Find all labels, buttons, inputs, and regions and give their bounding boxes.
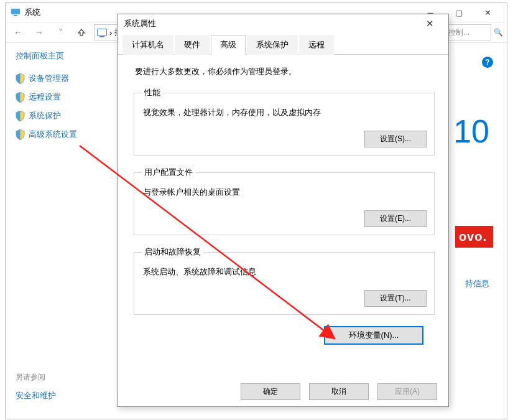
nav-forward-button[interactable]: → xyxy=(30,24,48,41)
pc-icon xyxy=(97,29,107,36)
sidebar-item-label: 远程设置 xyxy=(29,91,61,103)
tab-remote[interactable]: 远程 xyxy=(299,35,334,55)
svg-rect-1 xyxy=(14,15,17,16)
admin-intro-text: 要进行大多数更改，你必须作为管理员登录。 xyxy=(135,66,436,77)
monitor-icon xyxy=(11,7,21,17)
dialog-titlebar: 系统属性 ✕ xyxy=(118,14,448,33)
sidebar-item-label: 高级系统设置 xyxy=(29,129,77,140)
svg-rect-0 xyxy=(11,9,20,14)
user-profiles-legend: 用户配置文件 xyxy=(142,167,195,178)
shield-icon xyxy=(16,129,25,140)
search-icon[interactable]: 🔍 xyxy=(494,28,503,37)
system-title: 系统 xyxy=(24,7,40,18)
support-info-link[interactable]: 持信息 xyxy=(465,278,489,289)
tab-strip: 计算机名 硬件 高级 系统保护 远程 xyxy=(118,34,448,55)
sidebar-item-system-protection[interactable]: 系统保护 xyxy=(16,110,103,121)
see-also-label: 另请参阅 xyxy=(16,372,45,383)
breadcrumb-sep: › xyxy=(109,28,112,37)
performance-group: 性能 视觉效果，处理器计划，内存使用，以及虚拟内存 设置(S)... xyxy=(134,87,435,156)
nav-up-button[interactable] xyxy=(73,24,90,41)
performance-legend: 性能 xyxy=(142,87,163,98)
startup-recovery-desc: 系统启动、系统故障和调试信息 xyxy=(143,266,427,278)
security-maintenance-link[interactable]: 安全和维护 xyxy=(16,390,56,401)
shield-icon xyxy=(16,92,25,103)
sidebar: 控制面板主页 设备管理器 远程设置 系统保护 高级系统设置 xyxy=(16,50,103,419)
dialog-title: 系统属性 xyxy=(124,18,156,29)
lenovo-brand-fragment: ovo. xyxy=(455,226,493,248)
performance-settings-button[interactable]: 设置(S)... xyxy=(364,131,427,147)
tab-system-protection[interactable]: 系统保护 xyxy=(247,35,298,55)
dialog-body: 要进行大多数更改，你必须作为管理员登录。 性能 视觉效果，处理器计划，内存使用，… xyxy=(118,55,448,377)
tab-advanced[interactable]: 高级 xyxy=(211,35,246,55)
sidebar-item-label: 系统保护 xyxy=(29,110,61,121)
windows-10-brand-text: 10 xyxy=(453,113,489,150)
sidebar-item-device-manager[interactable]: 设备管理器 xyxy=(16,73,103,84)
shield-icon xyxy=(16,111,25,121)
user-profiles-group: 用户配置文件 与登录帐户相关的桌面设置 设置(E)... xyxy=(134,167,435,235)
nav-history-button[interactable]: ˅ xyxy=(52,24,69,41)
control-panel-home-link[interactable]: 控制面板主页 xyxy=(16,50,103,62)
close-button[interactable]: ✕ xyxy=(473,4,502,21)
sidebar-item-advanced-settings[interactable]: 高级系统设置 xyxy=(16,129,103,140)
ok-button[interactable]: 确定 xyxy=(241,383,300,400)
user-profiles-settings-button[interactable]: 设置(E)... xyxy=(364,210,427,227)
startup-recovery-group: 启动和故障恢复 系统启动、系统故障和调试信息 设置(T)... xyxy=(134,246,435,315)
tab-computer-name[interactable]: 计算机名 xyxy=(122,35,173,55)
apply-button[interactable]: 应用(A) xyxy=(377,383,437,400)
tab-hardware[interactable]: 硬件 xyxy=(175,35,210,55)
nav-back-button[interactable]: ← xyxy=(9,24,27,41)
environment-variables-button[interactable]: 环境变量(N)... xyxy=(324,326,423,345)
sidebar-item-remote-settings[interactable]: 远程设置 xyxy=(16,91,103,103)
user-profiles-desc: 与登录帐户相关的桌面设置 xyxy=(143,187,427,198)
performance-desc: 视觉效果，处理器计划，内存使用，以及虚拟内存 xyxy=(143,107,427,118)
cancel-button[interactable]: 取消 xyxy=(309,383,369,400)
shield-icon xyxy=(16,73,25,84)
help-icon[interactable]: ? xyxy=(482,57,493,68)
sidebar-item-label: 设备管理器 xyxy=(29,73,69,84)
startup-recovery-legend: 启动和故障恢复 xyxy=(142,246,203,258)
startup-recovery-settings-button[interactable]: 设置(T)... xyxy=(364,290,427,307)
system-properties-dialog: 系统属性 ✕ 计算机名 硬件 高级 系统保护 远程 要进行大多数更改，你必须作为… xyxy=(117,14,449,407)
dialog-close-button[interactable]: ✕ xyxy=(417,16,442,32)
dialog-footer: 确定 取消 应用(A) xyxy=(241,383,437,400)
